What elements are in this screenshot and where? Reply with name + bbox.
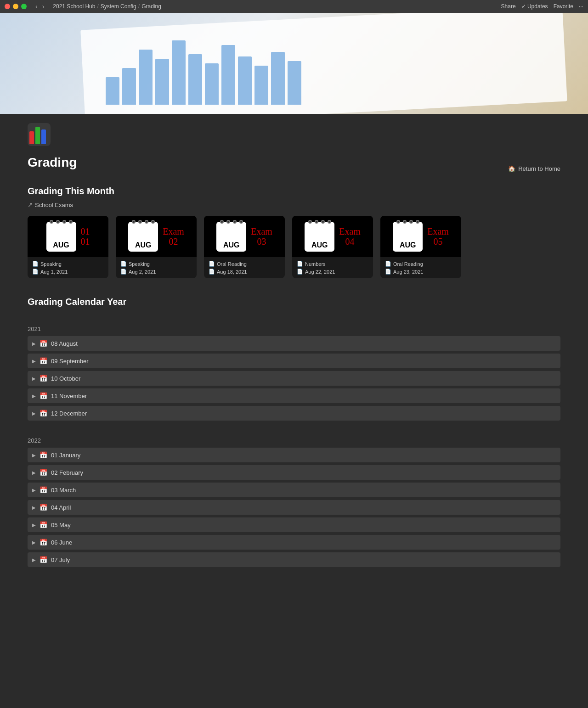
month-label-june: 06 June [51, 539, 72, 546]
month-label-october: 10 October [51, 375, 80, 382]
exam-card-info-3: 📄 Oral Reading 📄 Aug 18, 2021 [204, 257, 285, 278]
exam-card-image-1: AUG 01 01 [28, 216, 108, 257]
exam-month-4: AUG [311, 242, 328, 249]
forward-button[interactable]: › [41, 3, 46, 10]
exam-date-4: 📄 Aug 22, 2021 [297, 269, 368, 275]
calendar-rings-2 [132, 220, 155, 224]
month-row-december[interactable]: ▶ 📅 12 December [28, 406, 560, 421]
month-label-december: 12 December [51, 410, 87, 417]
exam-card-image-5: AUG Exam 05 [380, 216, 461, 257]
close-button[interactable] [5, 4, 10, 9]
icon-bar-red [29, 131, 34, 144]
chevron-april: ▶ [32, 505, 36, 510]
exam-card-1[interactable]: AUG 01 01 📄 Speaking 📄 Aug 1, 2021 [28, 216, 108, 278]
chevron-december: ▶ [32, 411, 36, 416]
file-icon-5: 📄 [385, 261, 391, 267]
month-row-march[interactable]: ▶ 📅 03 March [28, 483, 560, 497]
month-label-september: 09 September [51, 358, 89, 365]
more-button[interactable]: ··· [579, 3, 583, 10]
month-label-april: 04 April [51, 504, 71, 511]
this-month-title: Grading This Month [28, 186, 560, 197]
exam-date-3: 📄 Aug 18, 2021 [209, 269, 280, 275]
month-row-february[interactable]: ▶ 📅 02 February [28, 465, 560, 480]
date-icon-5: 📄 [385, 269, 391, 275]
arrow-icon: ↗ [28, 201, 33, 208]
file-icon-4: 📄 [297, 261, 303, 267]
month-row-january[interactable]: ▶ 📅 01 January [28, 448, 560, 462]
section-divider-2 [28, 423, 560, 433]
cal-icon-january: 📅 [40, 451, 47, 459]
app-icon [28, 123, 51, 146]
month-row-may[interactable]: ▶ 📅 05 May [28, 517, 560, 532]
maximize-button[interactable] [21, 4, 27, 9]
minimize-button[interactable] [13, 4, 18, 9]
date-icon-1: 📄 [32, 269, 39, 275]
file-icon-3: 📄 [209, 261, 215, 267]
month-row-august[interactable]: ▶ 📅 08 August [28, 336, 560, 351]
month-label-january: 01 January [51, 452, 80, 459]
file-icon-1: 📄 [32, 261, 39, 267]
exam-card-3[interactable]: AUG Exam 03 📄 Oral Reading 📄 Aug 18, 202… [204, 216, 285, 278]
chevron-november: ▶ [32, 393, 36, 399]
month-row-july[interactable]: ▶ 📅 07 July [28, 552, 560, 567]
chevron-march: ▶ [32, 488, 36, 493]
exam-subject-2: 📄 Speaking [120, 261, 192, 267]
chevron-august: ▶ [32, 341, 36, 346]
cal-icon-october: 📅 [40, 375, 47, 382]
calendar-icon-2: AUG [128, 222, 158, 252]
cal-icon-april: 📅 [40, 504, 47, 511]
calendar-rings-4 [308, 220, 331, 224]
exam-label-5: Exam 05 [427, 226, 449, 247]
exam-date-2: 📄 Aug 2, 2021 [120, 269, 192, 275]
exam-card-5[interactable]: AUG Exam 05 📄 Oral Reading 📄 Aug 23, 202… [380, 216, 461, 278]
month-label-august: 08 August [51, 340, 78, 347]
cal-icon-march: 📅 [40, 486, 47, 494]
month-label-november: 11 November [51, 393, 87, 399]
exam-card-4[interactable]: AUG Exam 04 📄 Numbers 📄 Aug 22, 2021 [292, 216, 373, 278]
back-button[interactable]: ‹ [34, 3, 39, 10]
exam-label-3: Exam 03 [251, 226, 272, 247]
chevron-october: ▶ [32, 376, 36, 381]
month-label-february: 02 February [51, 469, 83, 476]
calendar-rings-3 [220, 220, 243, 224]
icon-bar-green [35, 127, 40, 144]
exam-label-1: 01 01 [81, 226, 90, 247]
return-home-button[interactable]: 🏠 Return to Home [508, 165, 560, 172]
updates-button[interactable]: ✓ Updates [521, 3, 548, 10]
exam-label-2: Exam 02 [163, 226, 184, 247]
return-home-label: Return to Home [518, 165, 560, 172]
month-row-october[interactable]: ▶ 📅 10 October [28, 371, 560, 386]
school-exams-link[interactable]: ↗ School Exams [28, 201, 73, 208]
breadcrumb-config[interactable]: System Config [101, 3, 136, 10]
cal-icon-june: 📅 [40, 539, 47, 546]
cal-icon-november: 📅 [40, 392, 47, 399]
exam-subject-4: 📄 Numbers [297, 261, 368, 267]
calendar-rings-1 [50, 220, 73, 224]
exam-card-info-1: 📄 Speaking 📄 Aug 1, 2021 [28, 257, 108, 278]
favorite-button[interactable]: Favorite [554, 3, 573, 10]
chevron-july: ▶ [32, 557, 36, 562]
breadcrumb-current: Grading [141, 3, 161, 10]
breadcrumb-home[interactable]: 2021 School Hub [53, 3, 95, 10]
return-home-container: 🏠 Return to Home [28, 165, 560, 172]
month-row-april[interactable]: ▶ 📅 04 April [28, 500, 560, 515]
calendar-icon-3: AUG [216, 222, 246, 252]
breadcrumb: 2021 School Hub / System Config / Gradin… [53, 3, 161, 10]
date-icon-4: 📄 [297, 269, 303, 275]
share-button[interactable]: Share [501, 3, 516, 10]
exam-card-2[interactable]: AUG Exam 02 📄 Speaking 📄 Aug 2, 2021 [116, 216, 197, 278]
exam-date-1: 📄 Aug 1, 2021 [32, 269, 104, 275]
month-row-june[interactable]: ▶ 📅 06 June [28, 535, 560, 550]
exam-subject-3: 📄 Oral Reading [209, 261, 280, 267]
month-label-may: 05 May [51, 522, 71, 528]
year-2022: 2022 [28, 437, 560, 444]
exam-card-image-4: AUG Exam 04 [292, 216, 373, 257]
month-label-march: 03 March [51, 487, 76, 494]
month-row-november[interactable]: ▶ 📅 11 November [28, 388, 560, 403]
year-2021: 2021 [28, 326, 560, 332]
month-row-september[interactable]: ▶ 📅 09 September [28, 354, 560, 368]
date-icon-2: 📄 [120, 269, 127, 275]
calendar-rings-5 [396, 220, 419, 224]
cal-icon-july: 📅 [40, 556, 47, 563]
section-divider-1 [28, 312, 560, 321]
